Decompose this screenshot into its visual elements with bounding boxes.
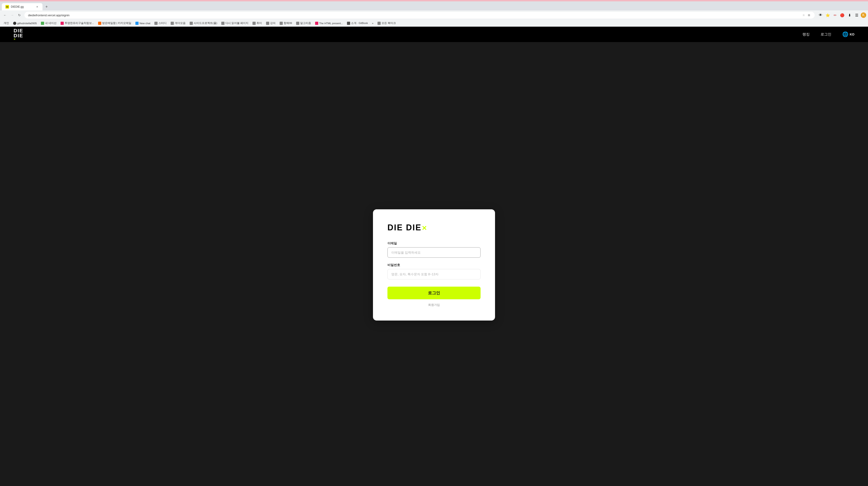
bookmark-html[interactable]: The HTML present...	[313, 21, 345, 26]
bookmark-lecture[interactable]: 강의	[264, 21, 277, 26]
bookmark-algo-favicon	[296, 22, 299, 25]
bookmark-algo[interactable]: 알고리즘	[294, 21, 313, 26]
bookmark-lecture-label: 강의	[270, 22, 276, 25]
tab-bar: DD DIEDIE.gg ✕ +	[0, 1, 868, 10]
bookmark-gitbook-label: 소개 · GitBook	[351, 22, 368, 25]
bookmark-항해-label: 항해99	[284, 22, 292, 25]
card-logo-text: DIE DIE	[388, 223, 422, 232]
bookmark-study-favicon	[154, 22, 158, 25]
logo-sub-text: ✕	[13, 38, 23, 40]
card-logo: DIE DIE✕	[388, 223, 480, 232]
bookmark-reread-favicon	[221, 22, 224, 25]
bookmark-glass[interactable]: 투명한유리구술처럼보...	[59, 21, 96, 26]
bookmark-항해[interactable]: 항해99	[278, 21, 294, 26]
site-logo[interactable]: DIEDIE ✕	[13, 28, 23, 40]
logo-top-text: DIEDIE	[13, 28, 23, 38]
lang-code-text: KO	[850, 33, 855, 36]
bookmark-hobby[interactable]: 취미	[251, 21, 264, 26]
bookmark-lecture-favicon	[266, 22, 269, 25]
bookmark-more-label: »	[372, 22, 373, 25]
site-content: DIEDIE ✕ 랭킹 로그인 🌐 KO DIE DIE✕ 이메일	[0, 27, 868, 486]
bookmark-html-favicon	[315, 22, 318, 25]
password-input[interactable]	[388, 269, 480, 279]
bookmark-gather-favicon	[170, 22, 174, 25]
bookmark-kakao[interactable]: 받은메일함 | 카카오메일	[96, 21, 133, 26]
bookmark-more[interactable]: »	[370, 21, 375, 25]
bookmark-algo-label: 알고리즘	[300, 22, 311, 25]
bookmark-newchat-label: New chat	[140, 22, 150, 25]
tab-title: DIEDIE.gg	[11, 5, 33, 8]
email-form-group: 이메일	[388, 241, 480, 258]
tab-favicon: DD	[5, 5, 9, 8]
bookmark-hobby-label: 취미	[256, 22, 262, 25]
bookmark-sideproject[interactable]: 사이드프로젝트(풀)	[188, 21, 219, 26]
navigation-bar: ← → ↻ diediefrontend.vercel.app/signin ☆…	[0, 10, 868, 20]
bookmark-study[interactable]: 스터디	[153, 21, 168, 26]
nav-login-link[interactable]: 로그인	[820, 32, 831, 37]
bookmark-newchat-favicon	[135, 22, 138, 25]
bookmark-glass-favicon	[61, 22, 64, 25]
bookmark-sideproject-label: 사이드프로젝트(풀)	[194, 22, 217, 25]
browser-chrome: DD DIEDIE.gg ✕ + ← → ↻ diediefrontend.ve…	[0, 0, 868, 27]
bookmark-github-label: github/stella0905	[17, 22, 37, 25]
login-button[interactable]: 로그인	[388, 286, 480, 299]
bookmark-study-label: 스터디	[158, 22, 166, 25]
bookmark-gitbook-favicon	[347, 22, 350, 25]
address-bar[interactable]: diediefrontend.vercel.app/signin ☆ ⊞	[24, 12, 815, 19]
bookmark-gather-label: 게더모음	[175, 22, 186, 25]
bookmarks-bar: 개인 github/stella0905 내 네이선 투명한유리구술처럼보...…	[0, 20, 868, 27]
main-content: DIE DIE✕ 이메일 비밀번호 로그인 회원가입	[0, 42, 868, 486]
bookmark-html-label: The HTML present...	[319, 22, 343, 25]
bookmark-neon[interactable]: 내 네이선	[39, 21, 58, 26]
bookmark-kakao-favicon	[98, 22, 101, 25]
bookmark-reread-label: 다시 읽어볼 페이지	[225, 22, 248, 25]
bookmark-personal-label: 개인	[4, 22, 9, 25]
bookmark-neon-label: 내 네이선	[45, 22, 57, 25]
active-tab[interactable]: DD DIEDIE.gg ✕	[2, 3, 42, 10]
ext-icon-1[interactable]: 👁	[817, 12, 824, 18]
language-selector[interactable]: 🌐 KO	[842, 31, 855, 37]
bookmark-neon-favicon	[41, 22, 44, 25]
ext-icon-3[interactable]: ✏	[832, 12, 838, 18]
extension-icons: 👁 ⭐ ✏ 🔴 ⬇ ☰ K	[817, 12, 866, 18]
ext-icon-6[interactable]: ☰	[854, 12, 860, 18]
bookmark-newchat[interactable]: New chat	[133, 21, 152, 26]
bookmark-github-favicon	[13, 22, 16, 25]
email-input[interactable]	[388, 247, 480, 258]
email-label: 이메일	[388, 241, 480, 245]
card-logo-x: ✕	[422, 225, 428, 232]
globe-icon: 🌐	[842, 31, 848, 37]
bookmark-gitbook[interactable]: 소개 · GitBook	[345, 21, 370, 26]
nav-ranking-link[interactable]: 랭킹	[802, 32, 810, 37]
bookmark-hobby-favicon	[252, 22, 256, 25]
bookmark-kakao-label: 받은메일함 | 카카오메일	[102, 22, 131, 25]
register-link[interactable]: 회원가입	[388, 303, 480, 307]
site-header: DIEDIE ✕ 랭킹 로그인 🌐 KO	[0, 27, 868, 42]
password-form-group: 비밀번호	[388, 263, 480, 279]
bookmark-all-label: 모든 북마크	[381, 22, 396, 25]
new-tab-button[interactable]: +	[43, 4, 50, 10]
extension-icon[interactable]: ⊞	[807, 13, 811, 17]
reload-button[interactable]: ↻	[16, 12, 23, 18]
ext-icon-profile[interactable]: K	[861, 12, 866, 18]
address-icons: ☆ ⊞	[802, 13, 811, 17]
bookmark-gather[interactable]: 게더모음	[169, 21, 187, 26]
bookmark-github[interactable]: github/stella0905	[11, 21, 39, 26]
bookmark-항해-favicon	[280, 22, 283, 25]
ext-icon-4[interactable]: 🔴	[839, 12, 845, 18]
bookmark-sideproject-favicon	[190, 22, 193, 25]
bookmark-personal[interactable]: 개인	[2, 21, 11, 26]
ext-icon-2[interactable]: ⭐	[825, 12, 831, 18]
bookmark-all[interactable]: 모든 북마크	[376, 21, 398, 26]
address-text: diediefrontend.vercel.app/signin	[28, 13, 800, 17]
bookmark-star-icon[interactable]: ☆	[802, 13, 806, 17]
bookmark-reread[interactable]: 다시 읽어볼 페이지	[219, 21, 250, 26]
password-label: 비밀번호	[388, 263, 480, 267]
ext-icon-5[interactable]: ⬇	[846, 12, 852, 18]
bookmark-all-favicon	[377, 22, 381, 25]
forward-button[interactable]: →	[9, 12, 16, 18]
tab-close-button[interactable]: ✕	[35, 5, 39, 8]
login-card: DIE DIE✕ 이메일 비밀번호 로그인 회원가입	[373, 209, 495, 321]
header-navigation: 랭킹 로그인 🌐 KO	[802, 31, 855, 37]
back-button[interactable]: ←	[2, 12, 8, 18]
